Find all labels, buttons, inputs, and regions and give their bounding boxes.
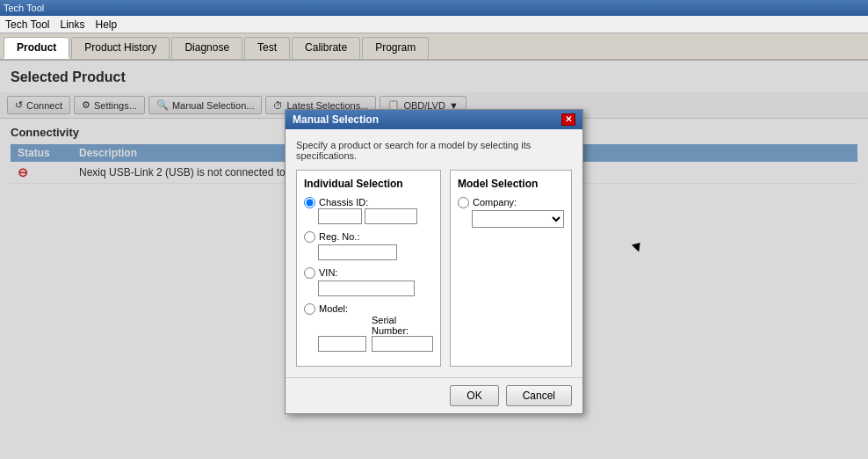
company-dropdown[interactable] xyxy=(472,210,564,228)
dialog-close-button[interactable]: ✕ xyxy=(561,113,575,126)
model-serial-inputs: Serial Number: xyxy=(318,315,433,352)
model-input-group xyxy=(318,336,366,352)
ok-button[interactable]: OK xyxy=(450,385,498,406)
modal-overlay: Manual Selection ✕ Specify a product or … xyxy=(0,61,868,459)
dialog-titlebar: Manual Selection ✕ xyxy=(286,110,582,129)
vin-input[interactable] xyxy=(318,280,415,296)
menu-links[interactable]: Links xyxy=(60,18,84,31)
individual-selection-panel: Individual Selection Chassis ID: xyxy=(296,170,441,367)
company-label: Company: xyxy=(458,197,564,208)
tab-product-history[interactable]: Product History xyxy=(71,37,170,59)
serial-number-label: Serial Number: xyxy=(372,315,433,336)
model-serial-group: Model: Serial Number: xyxy=(304,303,433,352)
tab-calibrate[interactable]: Calibrate xyxy=(292,37,360,59)
dialog-content: Individual Selection Chassis ID: xyxy=(296,170,572,367)
chassis-id-input-2[interactable] xyxy=(365,208,417,224)
menu-help[interactable]: Help xyxy=(96,18,118,31)
vin-radio[interactable] xyxy=(304,267,315,279)
app-title: Tech Tool xyxy=(4,3,44,13)
serial-number-input[interactable] xyxy=(372,336,433,352)
chassis-id-label: Chassis ID: xyxy=(304,197,433,208)
vin-group: VIN: xyxy=(304,267,433,296)
model-selection-panel: Model Selection Company: xyxy=(450,170,572,367)
model-input[interactable] xyxy=(318,336,366,352)
model-section-header: Model Selection xyxy=(458,178,564,190)
menu-bar: Tech Tool Links Help xyxy=(0,16,868,33)
vin-input-wrapper xyxy=(318,280,433,296)
reg-no-radio[interactable] xyxy=(304,231,315,243)
serial-number-group: Serial Number: xyxy=(372,315,433,352)
main-content: Selected Product ↺ Connect ⚙ Settings...… xyxy=(0,61,868,459)
chassis-id-inputs xyxy=(318,208,433,224)
chassis-id-group: Chassis ID: xyxy=(304,197,433,224)
tab-product[interactable]: Product xyxy=(4,37,69,59)
cancel-button[interactable]: Cancel xyxy=(506,385,572,406)
dialog-description: Specify a product or search for a model … xyxy=(296,140,572,161)
chassis-id-input-1[interactable] xyxy=(318,208,362,224)
company-group: Company: xyxy=(458,197,564,228)
company-radio[interactable] xyxy=(458,197,469,208)
chassis-id-radio[interactable] xyxy=(304,197,315,208)
dialog-footer: OK Cancel xyxy=(286,377,582,413)
reg-no-input[interactable] xyxy=(318,244,397,260)
model-radio[interactable] xyxy=(304,303,315,315)
reg-no-label: Reg. No.: xyxy=(304,231,433,243)
tab-diagnose[interactable]: Diagnose xyxy=(171,37,242,59)
dialog-title: Manual Selection xyxy=(293,113,379,126)
company-dropdown-wrapper xyxy=(472,210,564,228)
title-bar: Tech Tool xyxy=(0,0,868,16)
vin-label: VIN: xyxy=(304,267,433,279)
menu-tech-tool[interactable]: Tech Tool xyxy=(5,18,49,31)
tab-bar: Product Product History Diagnose Test Ca… xyxy=(0,33,868,61)
tab-test[interactable]: Test xyxy=(244,37,290,59)
dialog-body: Specify a product or search for a model … xyxy=(286,129,582,377)
tab-program[interactable]: Program xyxy=(362,37,429,59)
individual-section-header: Individual Selection xyxy=(304,178,433,190)
model-label: Model: xyxy=(304,303,433,315)
manual-selection-dialog: Manual Selection ✕ Specify a product or … xyxy=(285,109,583,414)
reg-no-group: Reg. No.: xyxy=(304,231,433,260)
reg-no-input-wrapper xyxy=(318,244,433,260)
